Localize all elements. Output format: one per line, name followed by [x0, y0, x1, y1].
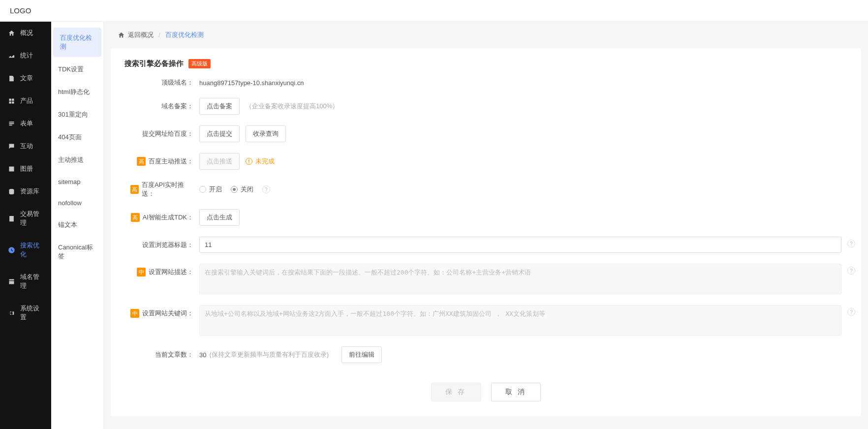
label-api-push: 百度API实时推送： [142, 181, 193, 198]
domain-icon [8, 278, 15, 285]
label-title: 设置浏览器标题： [142, 241, 193, 249]
sidebar-item-resources[interactable]: 资源库 [0, 180, 51, 203]
push-button[interactable]: 点击推送 [199, 153, 240, 170]
form-icon [8, 120, 15, 127]
subnav-html-static[interactable]: html静态化 [51, 82, 103, 102]
image-icon [8, 165, 15, 173]
warn-icon: ! [246, 158, 252, 165]
sidebar-item-products[interactable]: 产品 [0, 90, 51, 112]
keywords-textarea[interactable] [199, 305, 841, 336]
subnav-301[interactable]: 301重定向 [51, 104, 103, 125]
subnav-sitemap[interactable]: sitemap [51, 172, 103, 191]
subnav-anchor[interactable]: 锚文本 [51, 214, 103, 235]
logo: LOGO [10, 6, 31, 15]
sidebar-item-settings[interactable]: 系统设置 [0, 297, 51, 329]
beian-hint: （企业备案收录速度提高100%） [246, 102, 339, 111]
label-desc: 设置网站描述： [149, 268, 193, 276]
chat-icon [8, 143, 15, 150]
row-title: 设置浏览器标题： ? [130, 237, 841, 253]
title-input[interactable] [199, 237, 841, 253]
breadcrumb-back-label: 返回概况 [128, 31, 154, 39]
order-icon [8, 215, 15, 222]
desc-textarea[interactable] [199, 264, 841, 294]
help-icon[interactable]: ? [847, 240, 855, 247]
row-domain: 顶级域名： huang897157type-10.shanxiyunqi.cn [130, 78, 841, 87]
cancel-button[interactable]: 取 消 [491, 383, 541, 401]
sidebar-label: 概况 [20, 29, 33, 37]
articles-count: 30 [199, 351, 206, 359]
sidebar-label: 统计 [20, 51, 33, 60]
push-warn-text: 未完成 [255, 157, 275, 166]
sidebar-item-interact[interactable]: 互动 [0, 135, 51, 157]
subnav-404[interactable]: 404页面 [51, 127, 103, 148]
sidebar-label: 图册 [20, 164, 33, 173]
gear-icon [8, 309, 15, 317]
sidebar-label: 文章 [20, 74, 33, 83]
help-icon[interactable]: ? [847, 267, 855, 275]
row-api-push: 高百度API实时推送： 开启 关闭 ? [130, 181, 841, 198]
api-push-radio-group: 开启 关闭 ? [199, 185, 270, 194]
subnav-canonical[interactable]: Canonical标签 [51, 237, 103, 267]
label-beian: 域名备案： [161, 102, 193, 111]
row-ai-tdk: 高AI智能生成TDK： 点击生成 [130, 209, 841, 226]
index-query-button[interactable]: 收录查询 [246, 125, 286, 142]
tag-mid: 中 [130, 309, 139, 318]
label-push: 百度主动推送： [149, 157, 193, 166]
radio-on[interactable]: 开启 [199, 185, 222, 194]
tag-high: 高 [131, 213, 140, 222]
sidebar-item-transactions[interactable]: 交易管理 [0, 203, 51, 234]
sidebar-item-gallery[interactable]: 图册 [0, 157, 51, 180]
subnav-tdk[interactable]: TDK设置 [51, 59, 103, 80]
breadcrumb-current: 百度优化检测 [165, 31, 204, 39]
sidebar-label: 域名管理 [20, 273, 43, 290]
breadcrumb-back[interactable]: 返回概况 [118, 31, 154, 39]
sidebar-label: 产品 [20, 96, 33, 105]
sidebar-item-articles[interactable]: 文章 [0, 67, 51, 90]
sidebar-label: 资源库 [20, 187, 39, 196]
subnav-push[interactable]: 主动推送 [51, 150, 103, 170]
content: 返回概况 / 百度优化检测 搜索引擎必备操作 高级版 顶级域名： huang89… [104, 22, 868, 429]
articles-edit-button[interactable]: 前往编辑 [341, 346, 382, 363]
sidebar-item-forms[interactable]: 表单 [0, 112, 51, 135]
grid-icon [8, 97, 15, 105]
radio-off-label: 关闭 [241, 185, 253, 194]
footer-buttons: 保 存 取 消 [130, 383, 841, 401]
sub-nav: 百度优化检测 TDK设置 html静态化 301重定向 404页面 主动推送 s… [51, 22, 104, 429]
breadcrumb-sep: / [158, 31, 160, 39]
row-beian: 域名备案： 点击备案 （企业备案收录速度提高100%） [130, 98, 841, 115]
label-keywords: 设置网站关键词： [142, 309, 193, 318]
header: LOGO [0, 0, 868, 22]
panel-title: 搜索引擎必备操作 [124, 59, 184, 68]
submit-button[interactable]: 点击提交 [199, 125, 240, 142]
subnav-nofollow[interactable]: nofollow [51, 193, 103, 213]
help-icon[interactable]: ? [262, 185, 270, 193]
panel: 搜索引擎必备操作 高级版 顶级域名： huang897157type-10.sh… [111, 48, 861, 416]
breadcrumb: 返回概况 / 百度优化检测 [104, 22, 868, 48]
chart-icon [8, 52, 15, 60]
sidebar-item-domain[interactable]: 域名管理 [0, 266, 51, 297]
db-icon [8, 188, 15, 195]
tag-high: 高 [137, 157, 146, 166]
home-icon [8, 30, 15, 37]
sidebar-item-stats[interactable]: 统计 [0, 44, 51, 67]
tag-mid: 中 [137, 268, 146, 276]
radio-off[interactable]: 关闭 [231, 185, 253, 194]
sidebar-label: 表单 [20, 119, 33, 128]
push-warn: !未完成 [246, 157, 275, 166]
radio-on-label: 开启 [209, 185, 222, 194]
primary-sidebar: 概况 统计 文章 产品 表单 互动 图册 资源库 交易管理 搜索优化 域名管理 … [0, 22, 51, 429]
label-ai-tdk: AI智能生成TDK： [143, 213, 193, 222]
radio-dot-selected [231, 186, 238, 193]
sidebar-item-seo[interactable]: 搜索优化 [0, 234, 51, 266]
seo-icon [8, 246, 15, 254]
subnav-baidu-check[interactable]: 百度优化检测 [53, 28, 101, 57]
ai-tdk-button[interactable]: 点击生成 [199, 209, 240, 226]
domain-value: huang897157type-10.shanxiyunqi.cn [199, 79, 304, 87]
beian-button[interactable]: 点击备案 [199, 98, 240, 115]
help-icon[interactable]: ? [847, 308, 855, 316]
row-articles: 当前文章数： 30 (保持文章更新频率与质量有利于百度收录) 前往编辑 [130, 346, 841, 363]
doc-icon [8, 75, 15, 82]
save-button[interactable]: 保 存 [431, 383, 481, 401]
sidebar-label: 搜索优化 [20, 241, 43, 259]
sidebar-item-overview[interactable]: 概况 [0, 22, 51, 44]
